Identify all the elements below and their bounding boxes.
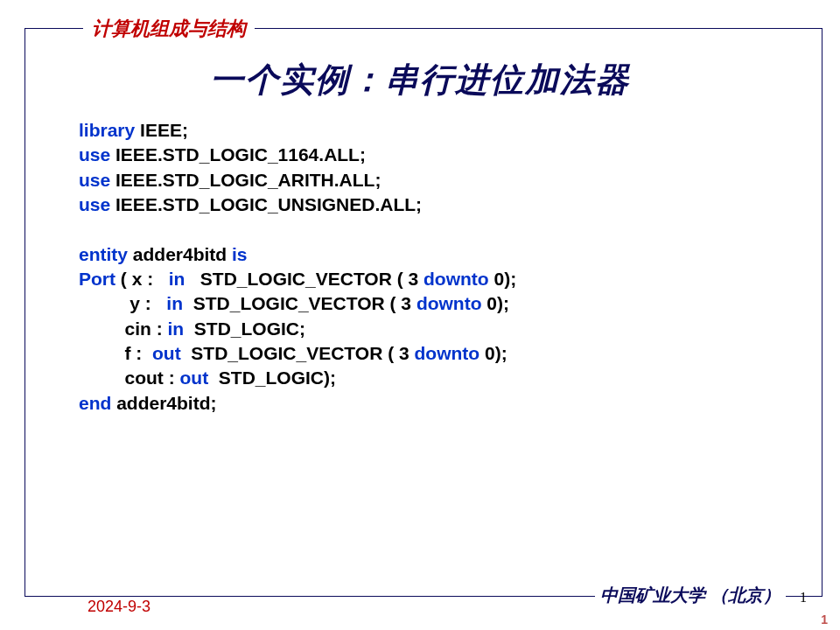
slide-title: 一个实例：串行进位加法器 xyxy=(0,58,840,102)
code-line: entity adder4bitd is xyxy=(79,242,788,267)
code-line: f : out STD_LOGIC_VECTOR ( 3 downto 0); xyxy=(79,341,788,366)
course-name: 计算机组成与结构 xyxy=(83,16,255,42)
code-line: y : in STD_LOGIC_VECTOR ( 3 downto 0); xyxy=(79,291,788,316)
code-line: use IEEE.STD_LOGIC_ARITH.ALL; xyxy=(79,168,788,192)
university-name: 中国矿业大学 （北京） xyxy=(595,584,786,607)
page-number-inner: 1 xyxy=(800,590,807,606)
code-line: cout : out STD_LOGIC); xyxy=(79,366,788,390)
vhdl-code: library IEEE; use IEEE.STD_LOGIC_1164.AL… xyxy=(79,118,788,416)
footer-date: 2024-9-3 xyxy=(88,598,150,616)
code-line: Port ( x : in STD_LOGIC_VECTOR ( 3 downt… xyxy=(79,267,788,291)
code-line: cin : in STD_LOGIC; xyxy=(79,317,788,341)
page-number-outer: 1 xyxy=(821,612,828,626)
code-line: end adder4bitd; xyxy=(79,391,788,416)
code-line: library IEEE; xyxy=(79,118,788,143)
code-line: use IEEE.STD_LOGIC_UNSIGNED.ALL; xyxy=(79,192,788,217)
code-line xyxy=(79,217,788,242)
code-line: use IEEE.STD_LOGIC_1164.ALL; xyxy=(79,143,788,167)
